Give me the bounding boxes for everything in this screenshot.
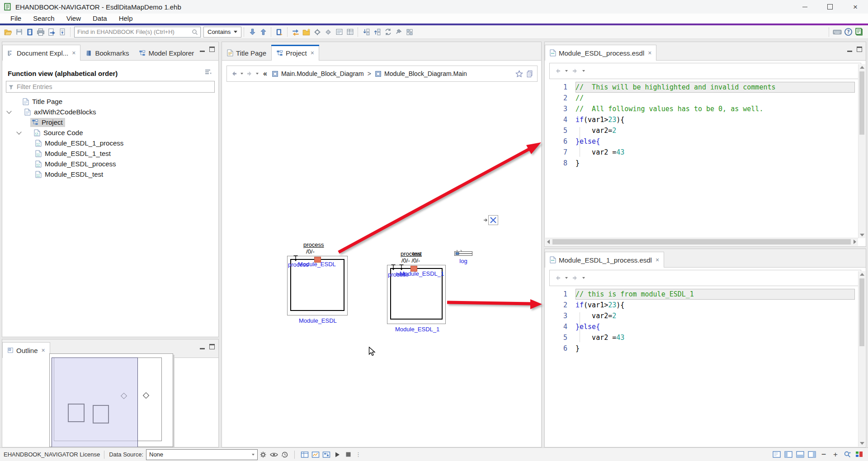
forward-icon[interactable] [571,67,579,75]
outline-viewport-rect[interactable] [52,358,138,447]
print-button[interactable] [35,27,46,38]
visualize-datasource-button[interactable] [269,449,279,460]
tree-item-axlwith2codeblocks[interactable]: axlWith2CodeBlocks [2,107,218,117]
horizontal-scrollbar[interactable] [545,238,858,246]
about-handbook-button[interactable] [854,27,864,38]
back-history-dropdown-icon[interactable] [565,70,568,72]
delete-widget[interactable] [483,215,500,226]
tree-item-module-esdl-process[interactable]: Module_ESDL_process [2,159,218,169]
new-folder-button[interactable] [301,27,312,38]
tab-module-esdl-process[interactable]: Module_ESDL_process.esdl × [545,45,656,61]
link-up-button[interactable] [372,27,382,38]
sync-selection-button[interactable] [382,27,393,38]
zoom-selection-button[interactable] [842,449,853,460]
close-icon[interactable]: × [72,49,75,56]
navigate-next-button[interactable] [247,27,258,38]
block-module-esdl-1[interactable]: process test /0/- /0/- process test Modu… [387,265,446,324]
tree-item-module-esdl-1-process[interactable]: Module_ESDL_1_process [2,138,218,148]
datasource-dropdown[interactable]: None [146,449,258,460]
collapse-crumbs-icon[interactable]: « [263,70,267,78]
code-area[interactable]: 1// This will be highlighted and invalid… [545,82,866,169]
tree-item-project[interactable]: Project [2,117,218,127]
menu-data[interactable]: Data [87,14,113,24]
navigate-previous-button[interactable] [258,27,269,38]
show-table-button[interactable] [344,27,355,38]
grid-view-button[interactable] [404,27,415,38]
tree-item-source-code[interactable]: Source Code [2,127,218,138]
minimize-button[interactable] [792,0,817,14]
tab-bookmarks[interactable]: Bookmarks [80,45,134,60]
tab-model-explorer[interactable]: Model Explorer [134,45,199,60]
breadcrumb-item-1[interactable]: Main.Module_Block_Diagram [281,70,364,77]
close-button[interactable]: × [843,0,868,14]
forward-icon[interactable] [571,274,579,282]
copy-path-icon[interactable] [526,70,533,78]
scroll-right-icon[interactable] [854,240,856,244]
back-history-dropdown-icon[interactable] [565,277,568,279]
menu-help[interactable]: Help [113,14,139,24]
layout-split-bottom-button[interactable] [795,449,806,460]
keyboard-shortcuts-button[interactable] [832,27,843,38]
save-button[interactable] [14,27,24,38]
forward-history-dropdown-icon[interactable] [582,277,585,279]
minimize-panel-icon[interactable] [847,47,852,52]
link-down-button[interactable] [361,27,372,38]
tree-item-module-esdl-test[interactable]: Module_ESDL_test [2,169,218,179]
tab-project[interactable]: Project × [271,45,319,61]
model-compare-button[interactable] [290,27,301,38]
scroll-down-icon[interactable] [860,234,864,236]
maximize-button[interactable] [817,0,843,14]
measure-table-button[interactable] [299,449,310,460]
tab-document-explorer[interactable]: Document Expl... × [2,45,80,61]
datasource-history-button[interactable] [279,449,290,460]
back-icon[interactable] [231,70,238,77]
maximize-panel-icon[interactable] [209,47,215,52]
overflow-menu-icon[interactable]: ⋮ [355,451,362,458]
forward-history-dropdown-icon[interactable] [256,73,259,75]
layout-single-button[interactable] [771,449,782,460]
import-handbook-button[interactable] [24,27,35,38]
export-report-button[interactable] [57,27,68,38]
back-icon[interactable] [554,274,561,282]
scroll-down-icon[interactable] [860,442,864,445]
chevron-expanded-icon[interactable] [16,129,21,134]
scroll-left-icon[interactable] [547,240,550,244]
view-menu-button[interactable] [205,69,212,77]
measure-chart-button[interactable] [310,449,321,460]
code-area[interactable]: 1// this is from module_ESDL_1 2if(var1>… [545,289,866,354]
log-element[interactable]: log [454,249,472,264]
perspective-indicator[interactable] [854,449,864,460]
tab-outline[interactable]: Outline × [2,342,50,358]
menu-file[interactable]: File [5,14,27,24]
tab-module-esdl-1-process[interactable]: Module_ESDL_1_process.esdl × [545,252,664,268]
back-history-dropdown-icon[interactable] [241,73,243,75]
scrollbar-thumb[interactable] [859,71,864,135]
scroll-up-icon[interactable] [860,66,864,69]
dropdown-arrow[interactable] [249,450,257,460]
close-icon[interactable]: × [42,347,45,354]
tree-item-title-page[interactable]: Title Page [2,96,218,107]
close-icon[interactable]: × [311,49,314,56]
datasource-settings-button[interactable] [258,449,269,460]
breadcrumb-item-2[interactable]: Module_Block_Diagram.Main [384,70,467,77]
layout-split-left-button[interactable] [783,449,794,460]
minimize-panel-icon[interactable] [200,344,205,349]
stop-measurement-button[interactable] [343,449,354,460]
search-input[interactable] [75,28,191,35]
filter-functions-button[interactable] [312,27,323,38]
menu-search[interactable]: Search [27,14,61,24]
maximize-panel-icon[interactable] [857,47,862,52]
menu-view[interactable]: View [61,14,87,24]
block-module-esdl[interactable]: process /0/- process Module_ESDL Module_… [287,256,348,315]
show-in-handbook-button[interactable] [274,27,285,38]
forward-icon[interactable] [246,70,253,77]
vertical-scrollbar[interactable] [858,271,865,447]
open-handbook-button[interactable] [3,27,14,38]
forward-history-dropdown-icon[interactable] [582,70,585,72]
zoom-out-button[interactable]: − [818,449,829,460]
pin-editor-button[interactable] [393,27,404,38]
show-list-button[interactable] [334,27,344,38]
search-mode-dropdown[interactable]: Contains [203,27,241,38]
chevron-expanded-icon[interactable] [6,108,11,113]
help-button[interactable]: ? [843,27,854,38]
